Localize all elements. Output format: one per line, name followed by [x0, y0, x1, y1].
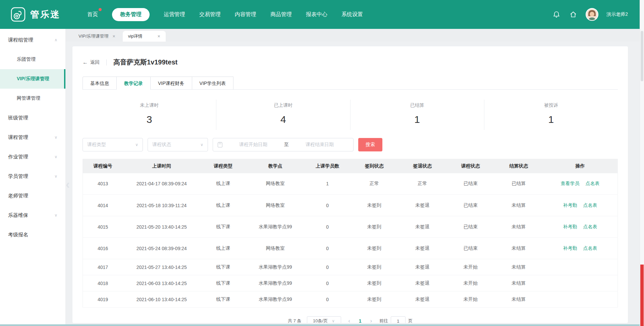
goto-page: 前往 页: [379, 316, 413, 323]
search-button[interactable]: 搜索: [358, 138, 382, 151]
stat-item: 已结算1: [351, 100, 484, 130]
goto-page-input[interactable]: [391, 316, 406, 323]
notifications-bell-icon[interactable]: [552, 10, 561, 19]
sidebar-item[interactable]: 课程组管理∧: [0, 30, 65, 50]
sidebar-item[interactable]: 乐团管理: [0, 50, 65, 69]
action-link[interactable]: 补考勤: [563, 245, 577, 251]
chevron-up-icon: ∧: [54, 38, 57, 42]
table-cell: 已结束: [446, 216, 495, 238]
stat-value: 3: [83, 114, 216, 125]
course-status-select[interactable]: 课程状态 ∨: [148, 138, 208, 151]
table-cell: 4016: [83, 238, 123, 259]
back-row: ← 返回 高音萨克斯1v199test: [83, 58, 618, 67]
page-size-select[interactable]: 10条/页 ∨: [307, 316, 341, 323]
table-cell: 未结算: [495, 195, 543, 216]
topnav-item[interactable]: 报表中心: [306, 8, 327, 21]
sidebar-item[interactable]: 考级报名: [0, 225, 65, 244]
table-cell: 未签到: [350, 275, 398, 291]
table-cell: 线上课: [200, 195, 246, 216]
table-header-cell: 签到状态: [350, 159, 398, 173]
detail-tab[interactable]: VIP课程财务: [150, 77, 192, 90]
sidebar-item[interactable]: 网管课管理: [0, 89, 65, 108]
topnav-item-label: 首页: [87, 11, 98, 17]
table-header-cell: 上课时间: [123, 159, 200, 173]
page-number-current[interactable]: 1: [358, 318, 363, 323]
page-tab[interactable]: vip详情×: [123, 31, 166, 42]
home-icon[interactable]: [569, 10, 578, 19]
scrollbar-red-segment: [640, 265, 644, 326]
action-link[interactable]: 点名表: [583, 224, 597, 229]
course-type-select[interactable]: 课程类型 ∨: [83, 138, 143, 151]
sidebar-item[interactable]: VIP/乐理课管理: [0, 69, 65, 89]
sidebar-item[interactable]: 学员管理∨: [0, 167, 65, 186]
sidebar-item[interactable]: 老师管理: [0, 186, 65, 205]
topnav-item[interactable]: 交易管理: [199, 8, 221, 21]
topnav-item[interactable]: 教务管理: [112, 8, 150, 21]
topnav-item[interactable]: 系统设置: [341, 8, 363, 21]
horizontal-scrollbar[interactable]: [0, 324, 640, 326]
sidebar-item-label: 乐团管理: [17, 56, 36, 62]
page-tab[interactable]: VIP/乐理课管理×: [73, 31, 121, 42]
sidebar-item[interactable]: 课程管理∨: [0, 128, 65, 147]
action-link[interactable]: 补考勤: [563, 202, 577, 208]
chevron-down-icon: ∨: [54, 154, 57, 159]
chevron-down-icon: ∨: [200, 142, 203, 147]
sidebar-item-label: 作业管理: [8, 154, 28, 160]
next-page-button[interactable]: ›: [368, 318, 374, 323]
screen: 管乐迷 首页教务管理运营管理交易管理内容管理商品管理报表中心系统设置: [0, 0, 644, 326]
chevron-down-icon: ∨: [54, 213, 57, 218]
sidebar-collapse-handle[interactable]: ‹: [64, 173, 71, 196]
close-tab-icon[interactable]: ×: [113, 34, 115, 39]
topnav-item[interactable]: 商品管理: [270, 8, 292, 21]
table-header-row: 课程编号上课时间课程类型教学点上课学员数签到状态签退状态课程状态结算状态操作: [83, 159, 618, 173]
topnav-item[interactable]: 内容管理: [235, 8, 256, 21]
table-cell: 线下课: [200, 275, 246, 291]
topnav-item-label: 商品管理: [270, 11, 292, 17]
action-link[interactable]: 点名表: [583, 245, 597, 251]
table-cell: 2021-05-20 13:40-14:25: [123, 216, 200, 238]
date-range-picker[interactable]: 课程开始日期 至 课程结束日期: [213, 138, 354, 151]
scrollbar-thumb[interactable]: [641, 31, 643, 81]
sidebar-item-label: 网管课管理: [17, 95, 40, 101]
sidebar-item[interactable]: 班级管理: [0, 108, 65, 128]
table-cell: 线下课: [200, 216, 246, 238]
detail-card: ← 返回 高音萨克斯1v199test 基本信息教学记录VIP课程财务VIP学生…: [72, 46, 628, 323]
sidebar-item[interactable]: 乐器维保∨: [0, 205, 65, 225]
table-cell: 未签到: [350, 238, 398, 259]
detail-tab[interactable]: VIP学生列表: [192, 77, 234, 90]
table-row: 40152021-05-20 13:40-14:25线下课水果湖教学点990未签…: [83, 216, 618, 238]
action-link[interactable]: 点名表: [586, 181, 600, 186]
table-cell: 未开始: [446, 275, 495, 291]
brand[interactable]: 管乐迷: [11, 7, 74, 22]
detail-tab[interactable]: 基本信息: [83, 77, 117, 90]
back-button[interactable]: ← 返回: [83, 59, 100, 65]
table-cell: 未签退: [398, 216, 447, 238]
sidebar-item[interactable]: 作业管理∨: [0, 147, 65, 167]
sidebar-item-label: 老师管理: [8, 193, 28, 199]
table-cell: 0: [305, 275, 350, 291]
action-link[interactable]: 点名表: [583, 202, 597, 208]
topnav-item[interactable]: 首页: [87, 8, 98, 21]
table-cell: 未开始: [446, 259, 495, 275]
table-cell: 未签退: [398, 275, 447, 291]
topnav-item[interactable]: 运营管理: [164, 8, 185, 21]
vertical-scrollbar[interactable]: [640, 0, 644, 326]
action-link[interactable]: 查看学员: [561, 181, 580, 186]
table-cell: 2021-06-03 13:40-14:25: [123, 275, 200, 291]
table-header-cell: 操作: [543, 159, 618, 173]
detail-tab[interactable]: 教学记录: [116, 77, 151, 90]
table-row: 40162021-05-24 08:39-09:24线上课网络教室0未签到未签退…: [83, 238, 618, 259]
table-cell: 线上课: [200, 173, 246, 195]
stat-value: 1: [351, 114, 484, 125]
username[interactable]: 演示老师2: [606, 11, 628, 17]
stat-value: 1: [484, 114, 618, 125]
prev-page-button[interactable]: ‹: [346, 318, 352, 323]
table-actions-cell: 补考勤点名表: [543, 238, 618, 259]
avatar[interactable]: [586, 8, 598, 21]
action-link[interactable]: 补考勤: [563, 224, 577, 229]
table-cell: 0: [305, 238, 350, 259]
table-actions-cell: [543, 259, 618, 275]
close-tab-icon[interactable]: ×: [158, 34, 160, 39]
table-cell: 2021-05-27 13:40-14:25: [123, 259, 200, 275]
topnav-item-label: 内容管理: [235, 11, 256, 17]
